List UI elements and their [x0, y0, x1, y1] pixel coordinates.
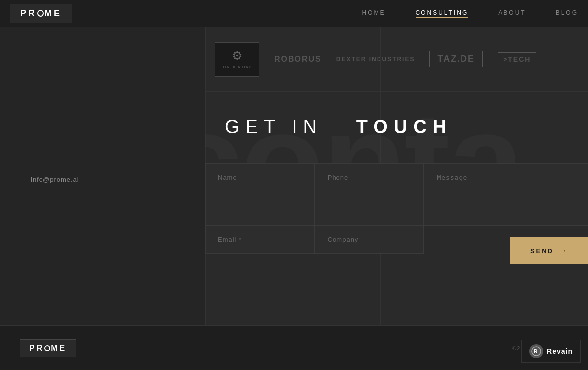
footer-logo[interactable]: PRME [20, 339, 76, 357]
message-input[interactable] [424, 164, 588, 223]
partner-hack-a-day: ⚙ HACK A DAY [215, 42, 259, 77]
nav-logo[interactable]: PRME [10, 4, 72, 23]
lazde-label: TAZ.DE [429, 51, 483, 67]
revain-widget[interactable]: R Revain [521, 340, 581, 363]
send-row: SEND → [205, 228, 588, 264]
left-sidebar [0, 27, 205, 370]
contact-heading: GET IN TOUCH [225, 116, 568, 138]
hack-icon: ⚙ [232, 49, 243, 63]
logos-area: ⚙ HACK A DAY ROBORUS DEXTER INDUSTRIES T… [205, 27, 588, 92]
logo-text: PRME [20, 8, 62, 18]
navbar: PRME HOME CONSULTING ABOUT BLOG [0, 0, 588, 27]
nav-about[interactable]: ABOUT [498, 9, 526, 18]
partner-lazde: TAZ.DE [429, 51, 483, 67]
send-arrow-icon: → [559, 246, 568, 255]
send-button[interactable]: SEND → [510, 237, 588, 264]
nav-home[interactable]: HOME [362, 9, 386, 18]
revain-text: Revain [547, 347, 573, 355]
partner-roborus: ROBORUS [274, 55, 322, 64]
phone-input[interactable] [315, 164, 424, 191]
partner-dexter: DEXTER INDUSTRIES [336, 56, 415, 63]
footer: PRME ©2017 PROME Inc. [0, 325, 588, 370]
nav-consulting[interactable]: CONSULTING [416, 9, 469, 18]
email-info: info@prome.ai [31, 176, 79, 183]
nav-blog[interactable]: BLOG [556, 9, 578, 18]
message-field [424, 163, 588, 226]
form-row-1 [205, 163, 588, 226]
partner-tech: >TECH [498, 52, 536, 66]
heading-light: GET IN [225, 116, 323, 137]
tech-label: >TECH [498, 52, 536, 66]
name-input[interactable] [206, 164, 314, 191]
name-field [205, 163, 315, 226]
send-label: SEND [530, 247, 554, 255]
get-in-touch-heading: GET IN TOUCH [205, 92, 588, 152]
heading-bold: TOUCH [356, 116, 452, 137]
nav-links: HOME CONSULTING ABOUT BLOG [362, 9, 579, 18]
phone-field [315, 163, 424, 226]
revain-icon: R [529, 344, 543, 358]
footer-logo-text: PRME [29, 344, 67, 352]
svg-text:R: R [534, 349, 538, 354]
hack-label: HACK A DAY [223, 65, 252, 69]
roborus-label: ROBORUS [274, 55, 322, 64]
dexter-label: DEXTER INDUSTRIES [336, 56, 415, 63]
